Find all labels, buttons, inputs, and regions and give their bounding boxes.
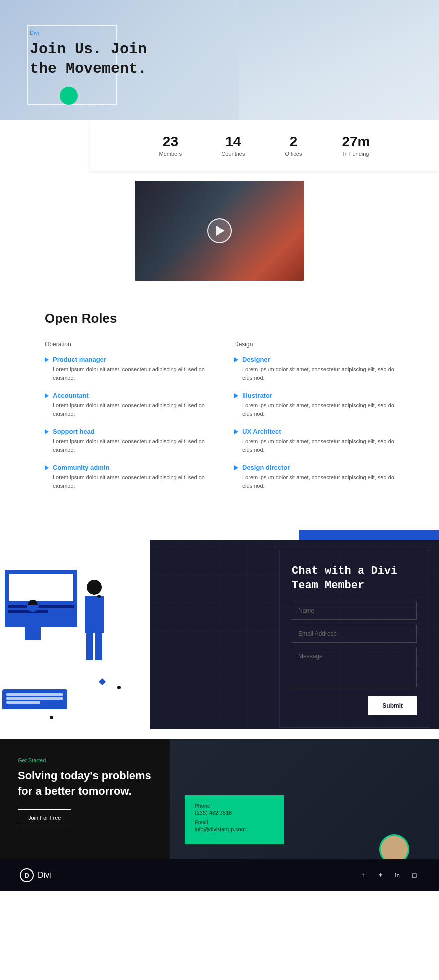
role-header: UX Architect	[234, 428, 394, 435]
bubble-line	[6, 693, 63, 696]
bottom-bar: D Divi f ✦ in ◻	[0, 859, 439, 891]
role-name[interactable]: UX Architect	[242, 428, 281, 435]
submit-button[interactable]: Submit	[368, 696, 417, 715]
contact-card: Phone (235) 462-3518 Email info@divistar…	[185, 795, 284, 844]
footer-left-panel: Get Started Solving today's problems for…	[0, 739, 170, 859]
person1-figure	[25, 600, 41, 640]
person2-legs	[85, 633, 104, 660]
diamond-decoration	[99, 678, 106, 685]
linkedin-icon[interactable]: in	[392, 870, 402, 880]
join-button[interactable]: Join For Free	[18, 809, 71, 826]
divi-logo-icon: D	[20, 868, 34, 882]
role-name[interactable]: Community admin	[53, 464, 109, 471]
stat-offices-number: 2	[285, 134, 302, 150]
screen-lines	[8, 605, 74, 613]
role-support-head: Sopport head Lorem ipsum dolor sit amet,…	[45, 428, 205, 454]
role-arrow-icon	[45, 429, 49, 434]
stat-members-number: 23	[159, 134, 182, 150]
role-header: Illustrator	[234, 392, 394, 399]
instagram-icon[interactable]: ◻	[409, 870, 419, 880]
name-input[interactable]	[292, 602, 417, 620]
footer-section: Get Started Solving today's problems for…	[0, 739, 439, 859]
dot-decoration	[97, 595, 101, 598]
chat-form-title: Chat with a Divi Team Member	[292, 564, 417, 593]
role-description: Lorem ipsum dolor sit amet, consectetur …	[53, 437, 205, 454]
stat-offices: 2 Offices	[285, 134, 302, 157]
role-description: Lorem ipsum dolor sit amet, consectetur …	[242, 473, 394, 490]
get-started-label: Get Started	[18, 757, 152, 763]
hero-section: Divi Join Us. Join the Movement.	[0, 0, 439, 120]
stat-countries-number: 14	[221, 134, 245, 150]
role-header: Accountant	[45, 392, 205, 399]
stat-countries-label: Countries	[221, 151, 245, 157]
role-header: Designer	[234, 356, 394, 363]
stats-bar: 23 Members 14 Countries 2 Offices 27m In…	[90, 120, 439, 171]
role-name[interactable]: Design director	[242, 464, 290, 471]
role-arrow-icon	[234, 393, 238, 398]
hero-brand: Divi	[30, 30, 160, 36]
email-label: Email	[195, 820, 274, 825]
role-arrow-icon	[45, 465, 49, 470]
chat-form: Chat with a Divi Team Member Submit	[279, 550, 429, 728]
role-ux-architect: UX Architect Lorem ipsum dolor sit amet,…	[234, 428, 394, 454]
stat-offices-label: Offices	[285, 151, 302, 157]
role-arrow-icon	[45, 357, 49, 362]
role-arrow-icon	[234, 429, 238, 434]
divi-logo-text: Divi	[38, 871, 51, 880]
role-header: Design director	[234, 464, 394, 471]
email-input[interactable]	[292, 625, 417, 643]
role-name[interactable]: Accountant	[53, 392, 89, 399]
social-icons: f ✦ in ◻	[358, 870, 419, 880]
role-name[interactable]: Illustrator	[242, 392, 272, 399]
roles-column-design: Design Designer Lorem ipsum dolor sit am…	[234, 341, 394, 500]
video-section	[0, 171, 439, 301]
footer-right-panel: Phone (235) 462-3518 Email info@divistar…	[170, 739, 439, 859]
hero-background	[239, 0, 439, 120]
person1-hair	[28, 600, 38, 605]
hero-title: Join Us. Join the Movement.	[30, 40, 160, 79]
operation-column-label: Operation	[45, 341, 205, 348]
hero-content: Divi Join Us. Join the Movement.	[30, 30, 160, 79]
phone-value: (235) 462-3518	[195, 810, 274, 816]
divi-logo: D Divi	[20, 868, 51, 882]
person2-head	[87, 580, 102, 595]
dot-decoration	[117, 686, 121, 689]
role-header: Sopport head	[45, 428, 205, 435]
chat-bubble	[2, 689, 67, 709]
role-name[interactable]: Product manager	[53, 356, 106, 363]
bubble-line	[6, 701, 40, 704]
screen-line	[8, 605, 74, 608]
design-column-label: Design	[234, 341, 394, 348]
message-input[interactable]	[292, 648, 417, 687]
role-description: Lorem ipsum dolor sit amet, consectetur …	[242, 437, 394, 454]
facebook-icon[interactable]: f	[358, 870, 368, 880]
stat-funding: 27m In Funding	[342, 134, 370, 157]
role-description: Lorem ipsum dolor sit amet, consectetur …	[242, 365, 394, 382]
stat-funding-label: In Funding	[342, 151, 370, 157]
person2-leg-left	[86, 633, 93, 660]
monitor-screen	[5, 570, 77, 627]
phone-label: Phone	[195, 803, 274, 809]
role-arrow-icon	[234, 465, 238, 470]
role-designer: Designer Lorem ipsum dolor sit amet, con…	[234, 356, 394, 382]
twitter-icon[interactable]: ✦	[375, 870, 385, 880]
person2-figure	[85, 580, 104, 660]
role-description: Lorem ipsum dolor sit amet, consectetur …	[53, 473, 205, 490]
stat-members: 23 Members	[159, 134, 182, 157]
role-header: Community admin	[45, 464, 205, 471]
video-thumbnail[interactable]	[135, 181, 304, 281]
role-illustrator: Illustrator Lorem ipsum dolor sit amet, …	[234, 392, 394, 418]
role-header: Product manager	[45, 356, 205, 363]
email-value: info@divistartup.com	[195, 826, 274, 832]
open-roles-section: Open Roles Operation Product manager Lor…	[0, 301, 439, 520]
person2-leg-right	[95, 633, 102, 660]
person2-body	[85, 596, 104, 633]
role-description: Lorem ipsum dolor sit amet, consectetur …	[242, 401, 394, 418]
roles-grid: Operation Product manager Lorem ipsum do…	[45, 341, 394, 500]
role-description: Lorem ipsum dolor sit amet, consectetur …	[53, 365, 205, 382]
stat-countries: 14 Countries	[221, 134, 245, 157]
role-name[interactable]: Sopport head	[53, 428, 95, 435]
footer-headline: Solving today's problems for a better to…	[18, 768, 152, 799]
video-overlay	[135, 181, 304, 281]
role-name[interactable]: Designer	[242, 356, 270, 363]
